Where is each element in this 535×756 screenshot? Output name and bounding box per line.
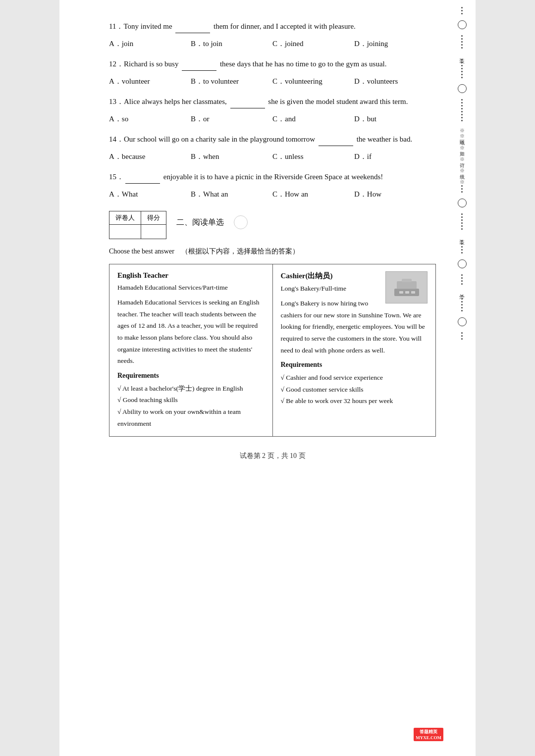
margin-dot (461, 304, 463, 305)
job-1-title: English Teacher (117, 271, 265, 280)
svg-rect-5 (411, 291, 415, 294)
margin-dot (461, 222, 463, 224)
margin-dot (461, 332, 463, 334)
job-2-description: Long's Bakery is now hiring two cashiers… (281, 298, 428, 356)
job-cashier: Cashier(出纳员) Long's Bakery/Full-time Lon… (273, 264, 436, 436)
margin-dot (461, 298, 463, 300)
cashier-icon (392, 276, 422, 299)
option-13-d: D．but (354, 112, 436, 126)
margin-dot (461, 74, 463, 75)
margin-dot (461, 117, 463, 118)
margin-circle-3 (458, 199, 467, 207)
margin-dot (461, 310, 463, 311)
margin-label-3: 外 (458, 290, 466, 290)
grading-header-row: 评卷人 (109, 211, 141, 225)
option-14-b: B．when (191, 150, 272, 163)
job-1-company: Hamadeh Educational Services/Part-time (117, 284, 265, 292)
option-14-a: A．because (109, 150, 191, 163)
margin-circle-1 (458, 20, 467, 29)
job-1-req-3: √ Ability to work on your own&within a t… (117, 406, 265, 429)
job-2-image-container (385, 271, 428, 303)
instruction-cn: （根据以下内容，选择最恰当的答案） (181, 248, 299, 255)
margin-circle-5 (458, 317, 467, 326)
question-14-options: A．because B．when C．unless D．if (109, 150, 436, 163)
page-number: 试卷第 2 页，共 10 页 (240, 452, 306, 459)
instruction-en: Choose the best answer (109, 248, 174, 255)
job-2-req-2: √ Good customer service skills (281, 384, 428, 396)
option-15-d: D．How (354, 188, 436, 201)
grading-score-value-row (141, 225, 166, 239)
grading-label-score: 得分 (141, 211, 166, 224)
svg-rect-1 (397, 281, 417, 289)
margin-dot (461, 120, 463, 121)
margin-dot (461, 114, 463, 115)
margin-dot (461, 225, 463, 227)
margin-dot (461, 188, 463, 190)
watermark: 答题精英MYXE.COM (414, 728, 443, 741)
section-2-header: 评卷人 得分 二、阅读单选 (109, 211, 436, 239)
exam-page: 装 ※※区域※※如※※订※※线※※ (59, 0, 476, 756)
job-2-req-3: √ Be able to work over 32 hours per week (281, 395, 428, 407)
option-11-c: C．joined (272, 37, 354, 50)
option-13-c: C．and (272, 112, 354, 126)
option-15-c: C．How an (272, 188, 354, 201)
margin-dot (461, 10, 463, 11)
grading-header-row2: 得分 (141, 211, 166, 225)
option-14-d: D．if (354, 150, 436, 163)
margin-dot (461, 252, 463, 253)
margin-dot (461, 35, 463, 37)
option-12-c: C．volunteering (272, 75, 354, 88)
margin-circle-4 (458, 259, 467, 268)
margin-dot (461, 213, 463, 215)
option-14-c: C．unless (272, 150, 354, 163)
margin-label-asterisk: ※※区域※※如※※订※※线※※ (459, 125, 466, 182)
watermark-text: 答题精英MYXE.COM (414, 728, 443, 741)
job-1-description: Hamadeh Educational Services is seeking … (117, 297, 265, 367)
blank-14 (319, 146, 353, 146)
question-13-text: 13．Alice always helps her classmates, sh… (109, 95, 436, 108)
margin-dot (461, 216, 463, 218)
margin-dot (461, 111, 463, 112)
margin-dot (461, 108, 463, 109)
margin-label-2: 装 (458, 235, 466, 235)
blank-15 (125, 183, 160, 184)
question-12-options: A．volunteer B．to volunteer C．volunteerin… (109, 75, 436, 88)
job-1-req-1: √ At least a bachelor's(学士) degree in En… (117, 383, 265, 395)
margin-dot (461, 77, 463, 78)
margin-dot (461, 338, 463, 340)
page-footer: 试卷第 2 页，共 10 页 (109, 452, 436, 460)
margin-dot (461, 307, 463, 308)
section-2-title: 二、阅读单选 (176, 215, 224, 228)
svg-rect-2 (402, 279, 412, 282)
margin-dot (461, 246, 463, 248)
margin-dot (461, 283, 463, 285)
margin-circle-2 (458, 84, 467, 93)
grading-score-value (141, 225, 166, 239)
job-english-teacher: English Teacher Hamadeh Educational Serv… (109, 264, 273, 436)
grading-box: 评卷人 得分 (109, 211, 166, 239)
margin-dot (461, 41, 463, 43)
option-11-a: A．join (109, 37, 191, 50)
margin-dot (461, 274, 463, 276)
question-14: 14．Our school will go on a charity sale … (109, 133, 436, 163)
margin-dot (461, 102, 463, 103)
option-13-a: A．so (109, 112, 191, 126)
main-content: 11．Tony invited me them for dinner, and … (109, 20, 436, 460)
margin-dot (461, 228, 463, 230)
margin-dot (461, 68, 463, 69)
grading-reviewer-value (109, 225, 134, 239)
grading-label-reviewer: 评卷人 (109, 211, 141, 224)
blank-12 (182, 70, 216, 71)
margin-dot (461, 295, 463, 297)
blank-11 (175, 33, 210, 33)
question-12: 12．Richard is so busy these days that he… (109, 57, 436, 88)
margin-dot (461, 249, 463, 251)
job-2-image (385, 271, 428, 303)
question-11: 11．Tony invited me them for dinner, and … (109, 20, 436, 50)
option-12-a: A．volunteer (109, 75, 191, 88)
section-circle (234, 215, 248, 229)
margin-dot (461, 44, 463, 46)
margin-dot (461, 13, 463, 14)
margin-dot (461, 280, 463, 282)
margin-dot (461, 7, 463, 8)
